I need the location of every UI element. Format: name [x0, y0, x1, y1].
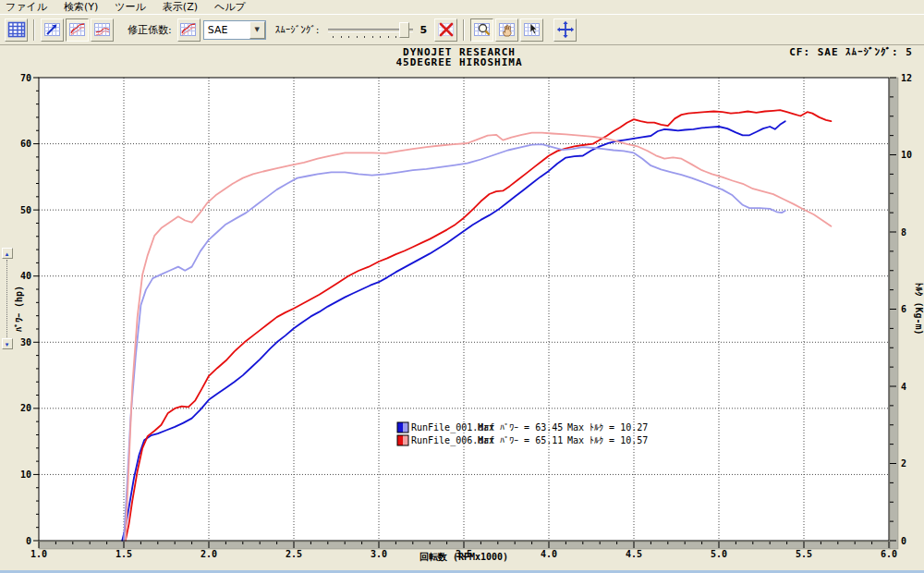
- x-tick-label: 5.5: [796, 549, 812, 559]
- y-right-tick-label: 4: [901, 382, 906, 392]
- menu-search[interactable]: 検索(Y): [64, 0, 98, 14]
- y-left-tick-label: 30: [20, 337, 31, 347]
- slider-thumb[interactable]: [399, 22, 409, 38]
- x-tick-label: 6.0: [881, 549, 897, 559]
- menu-view[interactable]: 表示(Z): [163, 0, 198, 14]
- menu-tools[interactable]: ツール: [115, 0, 146, 14]
- legend-swatch-dark: [397, 435, 403, 445]
- legend-max-torque: Max ﾄﾙｸ = 10.57: [567, 435, 648, 445]
- legend-swatch-dark: [397, 422, 403, 433]
- legend-max-power: Max ﾊﾟﾜｰ = 63.45: [478, 422, 563, 433]
- legend-row-run6: RunFile_006.drf Max ﾊﾟﾜｰ = 65.11 Max ﾄﾙｸ…: [397, 435, 648, 446]
- dynojet-winpep-window: { "window": { "bg": "#ece9d8", "bottom_e…: [0, 0, 924, 573]
- correction-graph-icon: [179, 20, 198, 39]
- graph-trend-icon: [43, 20, 62, 39]
- graph-view-icon: [68, 20, 87, 39]
- y-axis-scroll: ▴ ▾: [1, 248, 13, 349]
- smoothing-label: ｽﾑｰｼﾞﾝｸﾞ:: [275, 24, 320, 36]
- pan-graph-icon: [498, 20, 517, 39]
- legend-text-run6: RunFile_006.drf Max ﾊﾟﾜｰ = 65.11 Max ﾄﾙｸ…: [411, 435, 648, 446]
- x-tick-label: 4.5: [626, 549, 642, 559]
- x-tick-label: 1.5: [116, 549, 132, 559]
- y-left-tick-label: 0: [26, 536, 31, 546]
- clear-graph-icon: [437, 20, 456, 39]
- y-left-tick-label: 40: [20, 271, 31, 281]
- legend-max-power: Max ﾊﾟﾜｰ = 65.11: [478, 435, 563, 445]
- y-right-tick-label: 2: [901, 458, 906, 469]
- graph-overlay-icon: [93, 20, 112, 39]
- y-right-axis-title: ﾄﾙｸ (Kg-m): [914, 282, 924, 335]
- legend-max-torque: Max ﾄﾙｸ = 10.27: [567, 422, 648, 433]
- legend-text-run1: RunFile_001.drf Max ﾊﾟﾜｰ = 63.45 Max ﾄﾙｸ…: [411, 422, 648, 433]
- move-axes-icon: [556, 20, 575, 39]
- table-view-button[interactable]: [5, 18, 28, 42]
- x-tick-label: 3.0: [371, 549, 387, 559]
- pager-down-button[interactable]: ▾: [2, 338, 13, 349]
- y-right-tick-label: 10: [901, 150, 912, 160]
- zoom-graph-button[interactable]: [470, 18, 493, 42]
- menu-bar: ファイル 検索(Y) ツール 表示(Z) ヘルプ: [0, 0, 924, 14]
- y-right-tick-label: 12: [901, 73, 912, 83]
- correction-graph-button[interactable]: [177, 18, 201, 42]
- chart-info-right: CF: SAE ｽﾑｰｼﾞﾝｸﾞ: 5: [789, 46, 913, 58]
- y-left-tick-label: 70: [20, 73, 31, 83]
- slider-ticks: [333, 36, 408, 38]
- pick-graph-button[interactable]: [520, 18, 543, 42]
- menu-help[interactable]: ヘルプ: [214, 0, 246, 14]
- y-right-tick-label: 0: [901, 536, 906, 546]
- legend-swatch-light: [403, 435, 408, 445]
- y-left-tick-label: 20: [20, 403, 31, 413]
- graph-trend-button[interactable]: [41, 18, 64, 42]
- dyno-chart: 1.01.52.02.53.03.54.04.55.05.56.00102030…: [0, 41, 924, 573]
- zoom-graph-icon: [473, 20, 492, 39]
- chart-title-line2: 45DEGREE HIROSHIMA: [395, 56, 522, 68]
- correction-factor-label: 修正係数:: [128, 23, 172, 37]
- pan-graph-button[interactable]: [495, 18, 518, 42]
- x-tick-label: 1.0: [30, 549, 47, 559]
- clear-graph-button[interactable]: [434, 18, 457, 42]
- x-tick-label: 4.0: [541, 549, 557, 559]
- pager-track: [6, 260, 7, 337]
- right-axis-strip: [890, 78, 898, 549]
- correction-factor-value: SAE: [204, 24, 249, 36]
- y-right-tick-label: 6: [901, 304, 906, 314]
- table-icon: [7, 20, 26, 39]
- y-left-tick-label: 60: [20, 139, 31, 149]
- x-axis-title: 回転数 (RPMx1000): [419, 552, 508, 562]
- graph-overlay-button[interactable]: [91, 18, 114, 42]
- smoothing-value: 5: [419, 24, 427, 36]
- toolbar-separator: [33, 19, 35, 41]
- x-tick-label: 5.0: [711, 549, 727, 559]
- graph-view-button[interactable]: [66, 18, 89, 42]
- y-left-tick-label: 10: [20, 469, 31, 480]
- legend-row-run1: RunFile_001.drf Max ﾊﾟﾜｰ = 63.45 Max ﾄﾙｸ…: [397, 422, 648, 433]
- y-right-tick-label: 8: [901, 227, 906, 238]
- legend-swatch-light: [403, 422, 408, 433]
- move-axes-button[interactable]: [553, 18, 577, 42]
- correction-factor-select[interactable]: SAE ▼: [203, 20, 266, 40]
- menu-file[interactable]: ファイル: [6, 0, 47, 14]
- x-tick-label: 2.5: [286, 549, 302, 559]
- y-left-axis-title: ﾊﾟﾜｰ (hp): [14, 286, 24, 332]
- pager-up-button[interactable]: ▴: [2, 248, 13, 259]
- x-tick-label: 2.0: [201, 549, 217, 559]
- y-left-tick-label: 50: [20, 205, 31, 215]
- chevron-down-icon[interactable]: ▼: [249, 21, 265, 39]
- pick-graph-icon: [523, 20, 541, 39]
- smoothing-slider[interactable]: [326, 20, 415, 40]
- toolbar-separator: [463, 19, 465, 41]
